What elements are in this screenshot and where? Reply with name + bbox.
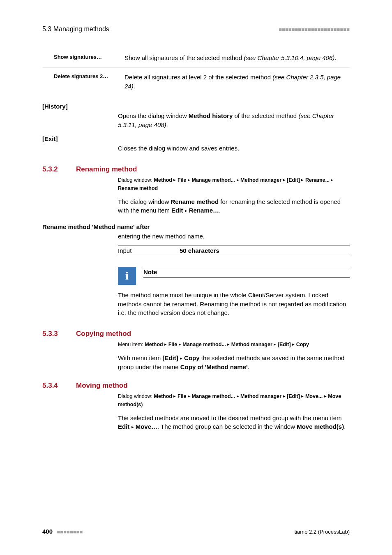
text: Menu item: (118, 342, 145, 347)
reference: (see Chapter 5.3.10.4, page 406) (244, 54, 334, 61)
crumb: Manage method... (191, 177, 235, 183)
text: . (334, 54, 336, 61)
menu-name: Copy (184, 354, 200, 361)
section-body: With menu item [Edit] ▸ Copy the selecte… (118, 354, 350, 372)
chevron-right-icon: ▸ (237, 393, 239, 398)
sub-heading: Rename method 'Method name' after (42, 223, 350, 230)
chevron-right-icon: ▸ (301, 177, 304, 182)
text: With menu item (118, 354, 162, 361)
menu-name: Rename… (189, 207, 219, 214)
desc-show-signatures: Show all signatures of the selected meth… (118, 49, 350, 67)
text: Show all signatures of the selected meth… (125, 54, 244, 61)
text: of the selected method (233, 112, 298, 119)
chevron-right-icon: ▸ (301, 393, 304, 398)
section-number: 5.3.3 (42, 330, 65, 338)
menu-name: Move… (136, 423, 157, 430)
crumb: Method (154, 177, 172, 183)
chevron-right-icon: ▸ (173, 393, 176, 398)
chevron-right-icon: ▸ (188, 177, 190, 182)
sub-body: entering the new method name. (118, 232, 350, 241)
chevron-right-icon: ▸ (131, 424, 134, 429)
exit-body: Closes the dialog window and saves entri… (118, 144, 350, 153)
crumb: Method (154, 393, 172, 399)
chevron-right-icon: ▸ (180, 356, 182, 361)
chevron-right-icon: ▸ (164, 342, 167, 347)
text: . (219, 207, 221, 214)
note-title: Note (143, 268, 157, 275)
section-title: Moving method (76, 382, 128, 390)
crumb: Rename... (305, 177, 330, 183)
section-body: The dialog window Rename method for rena… (118, 197, 350, 215)
history-body: Opens the dialog window Method history o… (118, 111, 350, 130)
menu-name: [Edit] (162, 354, 178, 361)
history-label: [History] (42, 103, 350, 110)
section-title: Copying method (76, 330, 131, 338)
chevron-right-icon: ▸ (274, 342, 276, 347)
note-block: i Note (118, 267, 350, 285)
text: . (344, 423, 346, 430)
table-row: Delete signatures 2… Delete all signatur… (42, 67, 350, 95)
input-spec: Input 50 characters (118, 245, 350, 256)
crumb: [Edit] (287, 177, 300, 183)
dialog-name: Rename method (171, 198, 219, 205)
exit-label: [Exit] (42, 135, 350, 142)
crumb: Move... (305, 393, 323, 399)
crumb: Rename method (118, 185, 158, 191)
input-value: 50 characters (180, 247, 219, 254)
crumb: File (168, 342, 178, 347)
section-heading-533: 5.3.3 Copying method (42, 330, 350, 338)
crumb: Copy (296, 342, 309, 347)
section-body: The selected methods are moved to the de… (118, 414, 350, 432)
info-icon: i (118, 267, 136, 285)
crumb: Method (145, 342, 163, 347)
desc-delete-signatures: Delete all signatures at level 2 of the … (118, 67, 350, 95)
text: Opens the dialog window (118, 112, 189, 119)
chevron-right-icon: ▸ (292, 342, 295, 347)
header-decoration: ■■■■■■■■■■■■■■■■■■■■■■ (279, 26, 350, 32)
crumb: Method manager (240, 393, 281, 399)
section-number: 5.3.2 (42, 165, 65, 173)
crumb: File (178, 393, 187, 399)
footer-product: tiamo 2.2 (ProcessLab) (295, 529, 350, 535)
text: Dialog window: (118, 177, 154, 183)
text: . The method group can be selected in th… (157, 423, 297, 430)
chevron-right-icon: ▸ (237, 177, 239, 182)
crumb: [Edit] (278, 342, 291, 347)
crumb: [Edit] (287, 393, 300, 399)
chevron-right-icon: ▸ (188, 393, 190, 398)
header-section: 5.3 Managing methods (42, 25, 109, 33)
menu-name: Edit (171, 207, 183, 214)
term-show-signatures: Show signatures… (42, 49, 118, 67)
menu-name: Edit (118, 423, 129, 430)
chevron-right-icon: ▸ (283, 177, 286, 182)
chevron-right-icon: ▸ (185, 208, 187, 213)
chevron-right-icon: ▸ (173, 177, 176, 182)
text: . (248, 363, 249, 370)
term-delete-signatures: Delete signatures 2… (42, 67, 118, 95)
window-name: Move method(s) (297, 423, 344, 430)
chevron-right-icon: ▸ (179, 342, 181, 347)
info-glyph: i (125, 269, 129, 282)
input-label: Input (118, 247, 180, 254)
name-string: Copy of 'Method name' (180, 363, 248, 370)
crumb: File (178, 177, 187, 183)
breadcrumb: Menu item: Method ▸ File ▸ Manage method… (118, 340, 350, 349)
page-footer: 400 ■■■■■■■■ tiamo 2.2 (ProcessLab) (42, 528, 350, 535)
section-heading-534: 5.3.4 Moving method (42, 382, 350, 390)
crumb: Manage method... (182, 342, 226, 347)
page-header: 5.3 Managing methods ■■■■■■■■■■■■■■■■■■■… (42, 25, 350, 33)
table-row: Show signatures… Show all signatures of … (42, 49, 350, 67)
text: Dialog window: (118, 393, 154, 399)
text: The dialog window (118, 198, 171, 205)
chevron-right-icon: ▸ (227, 342, 230, 347)
text: Delete all signatures at level 2 of the … (125, 74, 272, 81)
text: . (134, 83, 135, 90)
section-title: Renaming method (76, 165, 137, 173)
definition-table: Show signatures… Show all signatures of … (42, 49, 350, 95)
section-heading-532: 5.3.2 Renaming method (42, 165, 350, 173)
crumb: Method manager (231, 342, 272, 347)
chevron-right-icon: ▸ (283, 393, 286, 398)
text: . (166, 121, 168, 128)
crumb: Manage method... (191, 393, 235, 399)
page-number: 400 (42, 528, 53, 535)
